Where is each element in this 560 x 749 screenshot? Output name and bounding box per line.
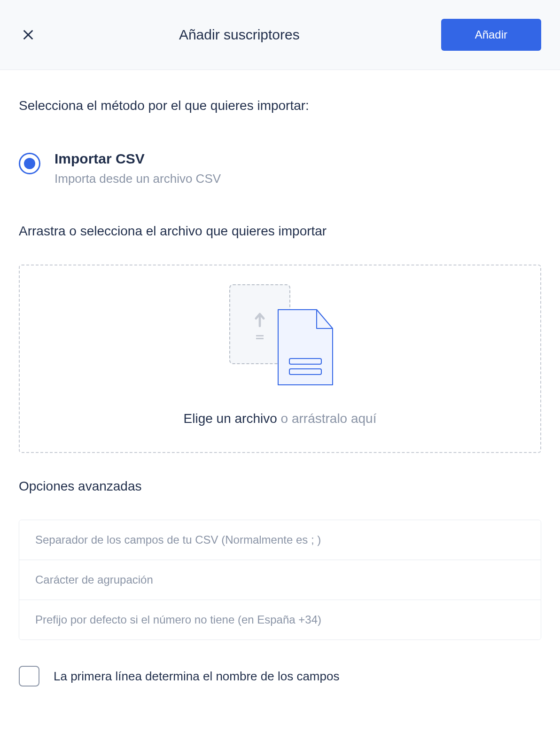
dropzone-text: Elige un archivo o arrástralo aquí xyxy=(29,411,531,426)
file-dropzone[interactable]: Elige un archivo o arrástralo aquí xyxy=(19,265,541,453)
import-csv-description: Importa desde un archivo CSV xyxy=(54,172,221,186)
import-method-option[interactable]: Importar CSV Importa desde un archivo CS… xyxy=(19,151,541,186)
advanced-options-label: Opciones avanzadas xyxy=(19,479,541,494)
or-drag-text: o arrástralo aquí xyxy=(277,411,377,426)
method-label: Selecciona el método por el que quieres … xyxy=(19,98,541,113)
close-icon xyxy=(22,28,35,41)
modal-title: Añadir suscriptores xyxy=(179,27,300,43)
import-method-text: Importar CSV Importa desde un archivo CS… xyxy=(54,151,221,186)
upload-label: Arrastra o selecciona el archivo que qui… xyxy=(19,224,541,239)
modal-header: Añadir suscriptores Añadir xyxy=(0,0,560,70)
first-line-checkbox[interactable] xyxy=(19,666,39,687)
separator-input[interactable] xyxy=(19,520,541,560)
modal-content: Selecciona el método por el que quieres … xyxy=(0,70,560,705)
document-file-icon xyxy=(275,307,335,388)
close-button[interactable] xyxy=(19,25,38,44)
radio-dot-icon xyxy=(24,158,35,169)
first-line-checkbox-label: La primera línea determina el nombre de … xyxy=(54,669,339,684)
dropzone-illustration xyxy=(224,284,336,388)
first-line-checkbox-row: La primera línea determina el nombre de … xyxy=(19,661,541,687)
grouping-char-input[interactable] xyxy=(19,560,541,600)
add-button[interactable]: Añadir xyxy=(441,19,541,51)
choose-file-text: Elige un archivo xyxy=(184,411,277,426)
import-csv-title: Importar CSV xyxy=(54,151,221,167)
advanced-input-group xyxy=(19,520,541,640)
prefix-input[interactable] xyxy=(19,600,541,640)
radio-selected[interactable] xyxy=(19,153,40,174)
